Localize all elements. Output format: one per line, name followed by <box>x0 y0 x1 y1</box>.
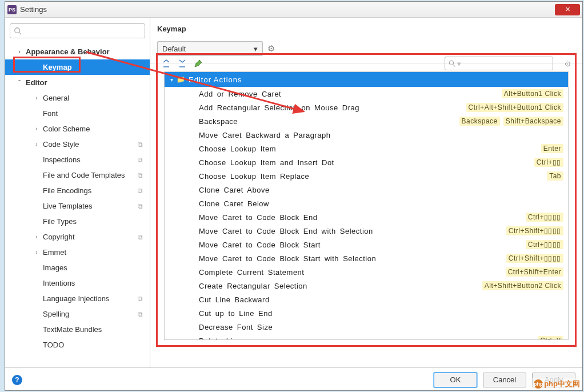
sidebar-item-appearance-behavior[interactable]: ›Appearance & Behavior <box>5 44 150 59</box>
settings-tree[interactable]: ›Appearance & BehaviorKeymapˇEditor›Gene… <box>5 44 150 367</box>
shortcuts: BackspaceShift+Backspace <box>459 117 563 126</box>
shortcut-badge: Tab <box>547 171 563 181</box>
action-name: Add or Remove Caret <box>199 90 502 98</box>
action-name: Backspace <box>199 117 459 126</box>
keymap-scheme-select[interactable]: Default ▾ <box>157 41 263 56</box>
action-row[interactable]: Create Rectangular SelectionAlt+Shift+Bu… <box>165 279 568 293</box>
action-row[interactable]: Add or Remove CaretAlt+Button1 Click <box>165 87 568 101</box>
action-name: Move Caret to Code Block End with Select… <box>199 227 506 235</box>
sidebar-item-label: TextMate Bundles <box>43 325 102 334</box>
cancel-button[interactable]: Cancel <box>483 373 526 387</box>
action-name: Move Caret to Code Block Start <box>199 241 526 249</box>
svg-line-3 <box>453 65 455 66</box>
action-name: Choose Lookup Item and Insert Dot <box>199 158 534 167</box>
actions-filter-input[interactable]: ▾ <box>445 57 553 70</box>
action-row[interactable]: Clone Caret Above <box>165 183 568 197</box>
sidebar-item-general[interactable]: ›General <box>5 90 150 106</box>
shortcut-badge: Ctrl+▯▯ <box>534 158 563 167</box>
chevron-icon: › <box>34 141 39 147</box>
sidebar-item-editor[interactable]: ˇEditor <box>5 75 150 90</box>
action-name: Choose Lookup Item Replace <box>199 172 547 181</box>
sidebar-item-language-injections[interactable]: Language Injections⧉ <box>5 291 150 306</box>
sidebar-item-file-encodings[interactable]: File Encodings⧉ <box>5 183 150 198</box>
search-icon <box>14 27 22 35</box>
shortcut-badge: Backspace <box>459 117 500 126</box>
action-row[interactable]: Cut Line Backward <box>165 293 568 306</box>
folder-icon: 📁 <box>177 75 185 83</box>
action-row[interactable]: Move Caret to Code Block EndCtrl+▯▯▯▯ <box>165 210 568 224</box>
svg-point-2 <box>449 61 453 65</box>
find-action-by-shortcut-icon[interactable]: ⊙ <box>565 59 571 68</box>
sidebar-item-inspections[interactable]: Inspections⧉ <box>5 152 150 167</box>
php-logo-icon: php <box>534 379 543 389</box>
action-row[interactable]: Complete Current StatementCtrl+Shift+Ent… <box>165 265 568 279</box>
collapse-all-icon[interactable] <box>178 59 187 68</box>
shortcut-badge: Ctrl+Shift+Enter <box>506 267 563 277</box>
sidebar-item-keymap[interactable]: Keymap <box>5 59 150 75</box>
action-row[interactable]: Choose Lookup Item ReplaceTab <box>165 169 568 183</box>
dialog-footer: ? OK Cancel Apply <box>5 367 582 391</box>
action-row[interactable]: Move Caret to Code Block StartCtrl+▯▯▯▯ <box>165 238 568 251</box>
sidebar-item-label: Keymap <box>43 63 72 71</box>
sidebar-item-color-scheme[interactable]: ›Color Scheme <box>5 121 150 137</box>
sidebar-item-label: Copyright <box>43 233 75 241</box>
sidebar-item-todo[interactable]: TODO <box>5 337 150 353</box>
expand-all-icon[interactable] <box>162 59 171 68</box>
action-row[interactable]: Choose Lookup Item and Insert DotCtrl+▯▯ <box>165 155 568 169</box>
action-row[interactable]: Cut up to Line End <box>165 306 568 320</box>
action-name: Move Caret to Code Block Start with Sele… <box>199 254 506 263</box>
sidebar-item-intentions[interactable]: Intentions <box>5 275 150 291</box>
shortcuts: Alt+Shift+Button2 Click <box>482 281 563 290</box>
sidebar-item-file-and-code-templates[interactable]: File and Code Templates⧉ <box>5 167 150 183</box>
sidebar-item-emmet[interactable]: ›Emmet <box>5 245 150 260</box>
chevron-icon: › <box>34 95 39 101</box>
action-name: Move Caret Backward a Paragraph <box>199 131 563 139</box>
action-row[interactable]: Move Caret to Code Block Start with Sele… <box>165 251 568 265</box>
action-row[interactable]: Clone Caret Below <box>165 197 568 210</box>
action-row[interactable]: Choose Lookup ItemEnter <box>165 142 568 155</box>
group-header-editor-actions[interactable]: ▾ 📁 Editor Actions <box>165 72 568 87</box>
sidebar-item-code-style[interactable]: ›Code Style⧉ <box>5 137 150 152</box>
scope-icon: ⧉ <box>138 171 143 179</box>
sidebar-item-font[interactable]: Font <box>5 106 150 121</box>
action-row[interactable]: BackspaceBackspaceShift+Backspace <box>165 114 568 128</box>
sidebar-item-label: Color Scheme <box>43 125 90 133</box>
action-row[interactable]: Add Rectangular Selection on Mouse DragC… <box>165 101 568 114</box>
sidebar-item-label: Editor <box>26 78 47 87</box>
sidebar-item-label: File Encodings <box>43 186 91 195</box>
svg-point-0 <box>15 28 20 33</box>
shortcut-badge: Ctrl+Alt+Shift+Button1 Click <box>466 103 563 112</box>
sidebar-item-label: File and Code Templates <box>43 171 125 179</box>
help-icon[interactable]: ? <box>12 375 22 385</box>
chevron-icon: › <box>34 234 39 240</box>
action-row[interactable]: Delete LineCtrl+Y <box>165 334 568 340</box>
shortcut-badge: Alt+Button1 Click <box>502 89 563 98</box>
sidebar-item-label: Appearance & Behavior <box>26 47 110 56</box>
chevron-icon: › <box>17 49 22 55</box>
action-row[interactable]: Decrease Font Size <box>165 320 568 334</box>
edit-shortcut-icon[interactable] <box>194 59 203 68</box>
shortcut-badge: Ctrl+▯▯▯▯ <box>526 240 563 249</box>
actions-list[interactable]: ▾ 📁 Editor Actions Add or Remove CaretAl… <box>164 71 569 340</box>
shortcuts: Ctrl+Shift+▯▯▯▯ <box>506 226 563 235</box>
shortcut-badge: Alt+Shift+Button2 Click <box>482 281 563 290</box>
sidebar-item-images[interactable]: Images <box>5 260 150 275</box>
sidebar-item-live-templates[interactable]: Live Templates⧉ <box>5 198 150 214</box>
gear-icon[interactable]: ⚙ <box>267 43 275 54</box>
action-row[interactable]: Move Caret Backward a Paragraph <box>165 128 568 142</box>
shortcuts: Alt+Button1 Click <box>502 89 563 98</box>
sidebar-item-file-types[interactable]: File Types <box>5 214 150 229</box>
sidebar-item-copyright[interactable]: ›Copyright⧉ <box>5 229 150 245</box>
ok-button[interactable]: OK <box>434 373 477 387</box>
close-icon[interactable] <box>555 4 580 15</box>
action-name: Delete Line <box>199 337 538 341</box>
page-title: Keymap <box>150 18 582 37</box>
sidebar-item-textmate-bundles[interactable]: TextMate Bundles <box>5 322 150 337</box>
sidebar-item-label: Font <box>43 109 58 118</box>
sidebar-item-label: File Types <box>43 217 77 226</box>
action-row[interactable]: Move Caret to Code Block End with Select… <box>165 224 568 238</box>
sidebar-item-spelling[interactable]: Spelling⧉ <box>5 306 150 322</box>
scope-icon: ⧉ <box>138 187 143 195</box>
sidebar-search-input[interactable] <box>10 23 145 38</box>
action-name: Move Caret to Code Block End <box>199 213 526 222</box>
